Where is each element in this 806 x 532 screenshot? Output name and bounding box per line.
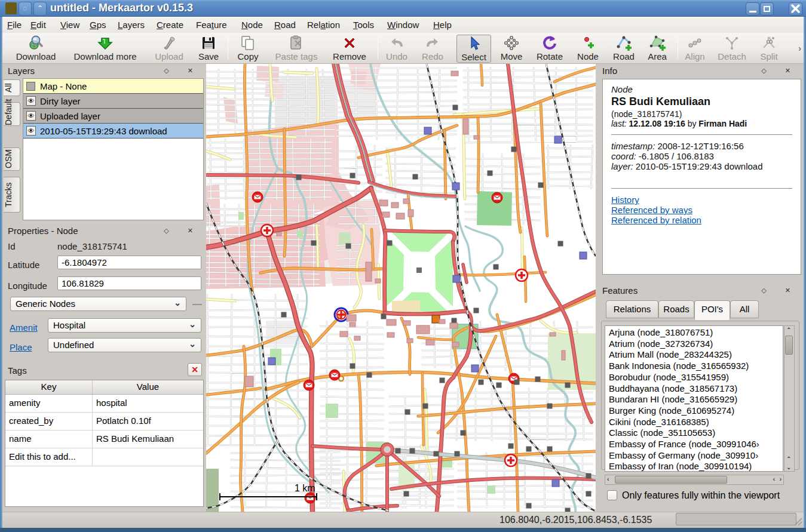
svg-text:1 km: 1 km	[295, 483, 315, 493]
